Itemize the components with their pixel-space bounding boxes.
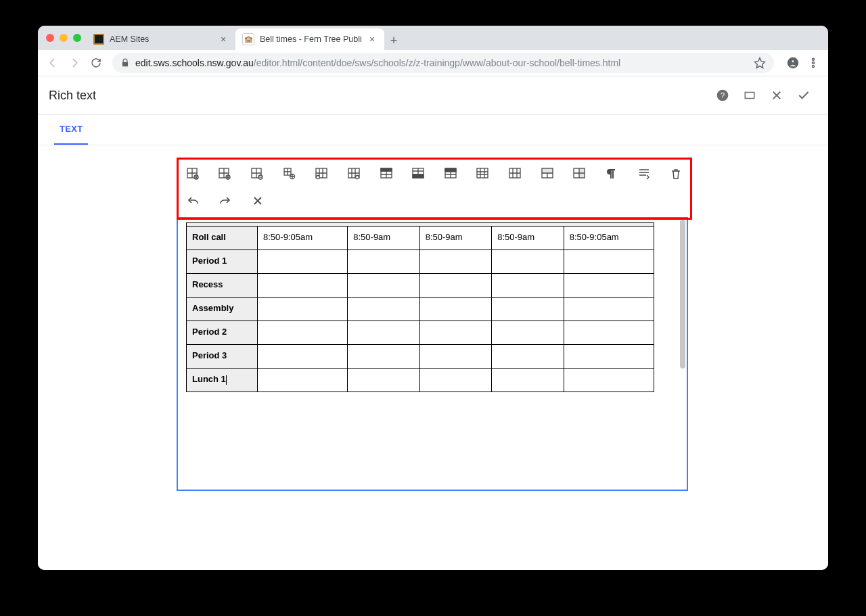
tab-aem-sites[interactable]: AEM Sites × (87, 28, 235, 50)
forward-button[interactable] (65, 53, 84, 72)
minimize-window[interactable] (60, 34, 68, 42)
tab-close-icon[interactable]: × (367, 34, 378, 45)
row-header[interactable]: Period 1 (187, 250, 258, 274)
redo-icon[interactable] (219, 194, 232, 208)
cell-props-icon[interactable] (283, 167, 296, 181)
table-cell[interactable] (492, 369, 564, 392)
row-header[interactable]: Period 3 (187, 345, 258, 369)
table-row: Period 2 (187, 321, 654, 345)
table-cell[interactable] (492, 274, 564, 298)
svg-rect-29 (542, 168, 553, 173)
table-cell[interactable] (419, 250, 491, 274)
table-row: Period 3 (187, 345, 654, 369)
done-button[interactable] (790, 82, 817, 109)
edit-source-icon[interactable] (637, 167, 651, 181)
table-cell[interactable]: 8:50-9am (419, 227, 491, 250)
table-cell[interactable] (564, 298, 654, 321)
table-cell[interactable]: 8:50-9am (348, 227, 419, 250)
scrollbar[interactable] (680, 220, 685, 488)
table-cell[interactable] (258, 250, 348, 274)
maximize-window[interactable] (73, 34, 81, 42)
table-cell[interactable] (419, 369, 491, 392)
table-cell[interactable] (348, 345, 419, 369)
table-cell[interactable] (258, 369, 348, 392)
row-header[interactable]: Assembly (187, 298, 258, 321)
reload-button[interactable] (87, 53, 106, 72)
close-toolbar-icon[interactable] (251, 194, 265, 208)
table-cell[interactable] (564, 369, 654, 392)
profile-button[interactable] (783, 53, 802, 72)
table-add-icon[interactable] (219, 167, 232, 181)
row-header[interactable]: Recess (187, 274, 258, 298)
star-icon[interactable] (754, 57, 766, 69)
table-cell[interactable] (492, 298, 564, 321)
traffic-lights (46, 34, 81, 42)
page-content: Rich text ? TEXT (38, 76, 828, 570)
table-cell[interactable] (258, 345, 348, 369)
table-cell[interactable] (258, 274, 348, 298)
paragraph-format-icon[interactable] (605, 167, 618, 181)
tab-bell-times[interactable]: 🏫 Bell times - Fern Tree Public Sc × (235, 28, 384, 50)
table-cell[interactable] (564, 321, 654, 345)
table-cell[interactable] (258, 298, 348, 321)
tab-title: AEM Sites (110, 34, 212, 44)
tab-title: Bell times - Fern Tree Public Sc (260, 34, 361, 44)
insert-col-after-icon[interactable] (347, 167, 361, 181)
table-row: Lunch 1 (187, 369, 654, 392)
table-cell[interactable] (492, 345, 564, 369)
insert-row-above-icon[interactable] (380, 167, 393, 181)
row-header[interactable]: Roll call (187, 227, 258, 250)
scroll-thumb[interactable] (680, 220, 685, 369)
table-row: Period 1 (187, 250, 654, 274)
table-cell[interactable] (564, 345, 654, 369)
toolbar-row-1 (182, 160, 683, 187)
rte-content[interactable]: Roll call 8:50-9:05am 8:50-9am 8:50-9am … (177, 217, 688, 491)
cancel-button[interactable] (763, 82, 790, 109)
delete-icon[interactable] (669, 167, 683, 181)
tab-close-icon[interactable]: × (218, 34, 229, 45)
table-cell[interactable] (564, 250, 654, 274)
omnibox[interactable]: edit.sws.schools.nsw.gov.au/editor.html/… (112, 53, 774, 73)
insert-row-below-icon[interactable] (411, 167, 425, 181)
new-tab-button[interactable]: + (384, 31, 403, 50)
close-window[interactable] (46, 34, 54, 42)
svg-rect-7 (745, 93, 754, 99)
table-cell[interactable] (419, 298, 491, 321)
svg-text:?: ? (721, 91, 725, 99)
table-cell[interactable] (419, 321, 491, 345)
table-cut-icon[interactable] (186, 167, 200, 181)
table-cell[interactable] (348, 274, 419, 298)
table-cell[interactable] (348, 321, 419, 345)
row-header[interactable]: Period 2 (187, 321, 258, 345)
svg-rect-31 (579, 168, 585, 178)
table-cell[interactable] (492, 321, 564, 345)
table-cell[interactable] (258, 321, 348, 345)
table-cell[interactable] (348, 298, 419, 321)
table-cell[interactable]: 8:50-9am (492, 227, 564, 250)
menu-button[interactable] (804, 53, 823, 72)
header-row-icon[interactable] (444, 167, 457, 181)
bell-times-table[interactable]: Roll call 8:50-9:05am 8:50-9am 8:50-9am … (186, 222, 654, 392)
back-button[interactable] (43, 53, 62, 72)
table-cell[interactable] (348, 369, 419, 392)
text-cursor (226, 375, 227, 385)
table-cell[interactable]: 8:50-9:05am (258, 227, 348, 250)
merge-cells-icon[interactable] (541, 167, 554, 181)
insert-col-before-icon[interactable] (315, 167, 329, 181)
table-cell[interactable] (564, 274, 654, 298)
delete-row-icon[interactable] (476, 167, 490, 181)
help-button[interactable]: ? (709, 82, 736, 109)
table-cell[interactable] (492, 250, 564, 274)
fullscreen-button[interactable] (736, 82, 763, 109)
delete-col-icon[interactable] (508, 167, 522, 181)
tab-text[interactable]: TEXT (54, 114, 88, 145)
table-remove-icon[interactable] (250, 167, 264, 181)
table-cell[interactable] (419, 274, 491, 298)
table-cell[interactable] (419, 345, 491, 369)
dialog-tabs: TEXT (38, 115, 828, 145)
row-header[interactable]: Lunch 1 (187, 369, 258, 392)
split-cell-icon[interactable] (573, 167, 587, 181)
table-cell[interactable] (348, 250, 419, 274)
undo-icon[interactable] (186, 194, 200, 208)
table-cell[interactable]: 8:50-9:05am (564, 227, 654, 250)
